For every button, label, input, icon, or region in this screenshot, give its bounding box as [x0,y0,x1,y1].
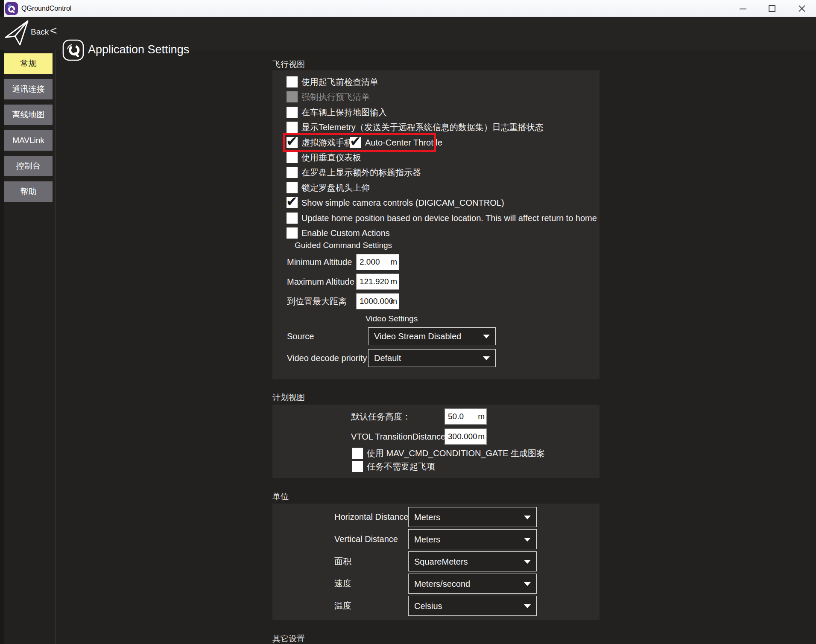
checkbox-label: 强制执行预飞清单 [301,91,370,103]
back-button[interactable]: Back < [3,17,59,50]
sidebar-item-console[interactable]: 控制台 [4,156,53,176]
checkbox-row: 在车辆上保持地图输入 [287,107,387,118]
minimum-altitude-input[interactable]: 2.000 m [356,254,399,270]
sidebar-item-help[interactable]: 帮助 [4,181,53,202]
checkbox-label: 在车辆上保持地图输入 [301,107,387,118]
horizontal-distance-dropdown[interactable]: Meters [408,507,537,527]
units-row: 温度 Celsius [272,596,600,616]
checkbox-auto-center-throttle[interactable]: ✔ [350,137,361,148]
video-source-dropdown[interactable]: Video Stream Disabled [368,327,496,345]
header-toolbar: Back < Application Settings [0,17,816,50]
other-settings-section-title: 其它设置 [272,633,305,644]
virtual-joystick-item: ✔ 虚拟游戏手柄 [287,137,353,148]
checkbox[interactable]: ✔ [287,197,298,208]
field-unit: m [478,412,485,421]
checkbox [287,91,298,102]
checkbox[interactable] [287,76,298,87]
maximum-altitude-input[interactable]: 121.920 m [356,274,399,290]
checkbox-label: 显示Telemetry（发送关于远程系统信息的数据集）日志重播状态 [301,122,544,133]
field-unit: m [478,432,485,441]
temperature-dropdown[interactable]: Celsius [408,596,537,616]
max-distance-input[interactable]: 1000.000 m [356,293,399,309]
paper-plane-icon [4,19,29,49]
window-edge-strip [0,0,4,644]
video-settings-title: Video Settings [366,314,418,323]
auto-center-throttle-item: ✔ Auto-Center Throttle [350,137,442,148]
plan-view-panel: 默认任务高度： 50.0 m VTOL TransitionDistance 3… [272,405,600,478]
caret-down-icon [524,560,531,564]
caret-down-icon [524,516,531,519]
sidebar-item-comm-links[interactable]: 通讯连接 [4,79,53,99]
units-row: Horizontal Distance Meters [272,507,600,527]
checkbox[interactable] [287,122,298,133]
sidebar-item-mavlink[interactable]: MAVLink [4,130,53,151]
check-icon: ✔ [286,135,298,148]
field-value: 121.920 [360,277,389,286]
checkbox-row: 在罗盘上显示额外的标题指示器 [287,167,421,178]
units-panel: Horizontal Distance Meters Vertical Dist… [272,504,600,620]
dropdown-value: SquareMeters [414,557,468,566]
video-decode-label: Video decode priority [287,349,367,367]
checkbox-label: 任务不需要起飞项 [367,461,435,472]
dropdown-value: Celsius [414,601,442,611]
close-button[interactable] [794,1,810,16]
check-icon: ✔ [286,195,298,208]
titlebar: QGroundControl [4,0,816,17]
checkbox[interactable] [287,167,298,178]
field-row: VTOL TransitionDistance 300.000 m [272,428,600,445]
checkbox-row: 使用起飞前检查清单 [287,76,378,87]
checkbox[interactable] [352,461,363,472]
caret-down-icon [483,356,490,360]
field-unit: m [390,297,397,306]
checkbox-label: Update home position based on device loc… [301,213,597,223]
field-value: 300.000 [448,432,477,441]
vtol-transition-distance-input[interactable]: 300.000 m [445,428,487,445]
checkbox-label: 使用起飞前检查清单 [301,76,378,88]
video-source-label: Source [287,327,314,345]
caret-down-icon [483,335,490,338]
checkbox[interactable] [287,182,298,193]
units-section-title: 单位 [272,491,289,502]
checkbox[interactable] [287,152,298,163]
vtol-transition-distance-label: VTOL TransitionDistance [351,428,445,445]
area-dropdown[interactable]: SquareMeters [408,551,537,571]
checkbox-label: 虚拟游戏手柄 [301,137,353,149]
speed-dropdown[interactable]: Meters/second [408,574,537,594]
checkbox-row: 任务不需要起飞项 [352,461,435,472]
caret-down-icon [524,604,531,608]
field-unit: m [390,277,397,286]
sidebar-item-general[interactable]: 常规 [4,53,53,74]
fly-view-section-title: 飞行视图 [272,59,305,70]
checkbox-label: 锁定罗盘机头上仰 [301,182,370,194]
video-decode-row: Video decode priority Default [272,349,600,367]
minimize-button[interactable] [735,1,751,16]
dropdown-value: Meters/second [414,579,470,589]
checkbox[interactable] [287,227,298,239]
units-row: 速度 Meters/second [272,574,600,594]
field-value: 2.000 [360,257,380,267]
maximize-button[interactable] [764,1,780,16]
checkbox-virtual-joystick[interactable]: ✔ [287,137,298,148]
dropdown-value: Video Stream Disabled [374,332,461,341]
minimum-altitude-label: Minimum Altitude [287,254,352,270]
units-row: 面积 SquareMeters [272,551,600,571]
checkbox[interactable] [352,448,363,459]
checkbox[interactable] [287,213,298,224]
vertical-distance-dropdown[interactable]: Meters [408,529,537,549]
dropdown-value: Meters [414,512,440,522]
field-row: Maximum Altitude 121.920 m [272,274,600,290]
checkbox-row: 显示Telemetry（发送关于远程系统信息的数据集）日志重播状态 [287,122,544,133]
checkbox[interactable] [287,107,298,118]
field-value: 1000.000 [360,297,393,306]
video-decode-dropdown[interactable]: Default [368,349,496,367]
speed-label: 速度 [334,574,351,594]
sidebar-item-offline-maps[interactable]: 离线地图 [4,105,53,125]
checkbox-row: 强制执行预飞清单 [287,91,370,102]
field-value: 50.0 [448,412,464,421]
fly-view-panel: 使用起飞前检查清单 强制执行预飞清单 在车辆上保持地图输入 显示Telemetr… [272,70,600,379]
checkbox-row: 使用垂直仪表板 [287,152,361,163]
page-title: Application Settings [88,43,189,56]
guided-command-settings-title: Guided Command Settings [295,241,392,250]
vertical-distance-label: Vertical Distance [334,529,398,549]
default-mission-altitude-input[interactable]: 50.0 m [445,408,487,425]
